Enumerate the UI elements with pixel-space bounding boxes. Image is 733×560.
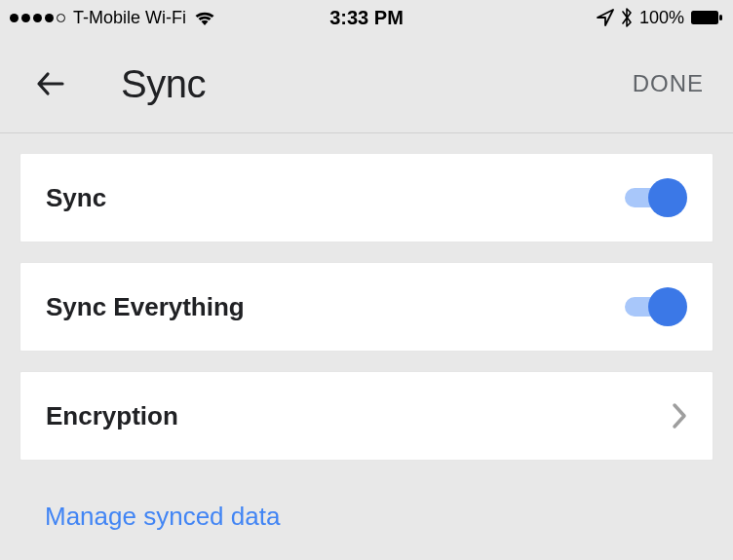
page-title: Sync [121,62,206,106]
wifi-icon [194,9,215,26]
settings-list: Sync Sync Everything Encryption Manage s… [0,133,733,532]
location-icon [597,9,614,26]
app-header: Sync DONE [0,35,733,132]
status-bar: T-Mobile Wi-Fi 3:33 PM 100% [0,0,733,35]
status-bar-left: T-Mobile Wi-Fi [10,8,215,28]
status-bar-right: 100% [597,7,723,28]
signal-strength-icon [10,14,65,22]
sync-row[interactable]: Sync [19,153,714,243]
battery-icon [690,10,723,25]
manage-synced-data-link[interactable]: Manage synced data [19,480,714,532]
sync-label: Sync [46,183,106,213]
encryption-row[interactable]: Encryption [19,371,714,461]
battery-percent: 100% [639,8,684,28]
done-button[interactable]: DONE [633,70,704,97]
bluetooth-icon [620,7,634,28]
sync-everything-row[interactable]: Sync Everything [19,262,714,352]
svg-rect-0 [691,11,718,24]
chevron-right-icon [672,402,687,429]
encryption-label: Encryption [46,401,178,431]
svg-rect-1 [719,15,722,20]
back-button[interactable] [29,62,72,105]
status-bar-time: 3:33 PM [329,7,404,29]
sync-toggle[interactable] [625,178,687,217]
carrier-label: T-Mobile Wi-Fi [73,8,186,28]
back-arrow-icon [33,66,68,101]
sync-everything-toggle[interactable] [625,287,687,326]
sync-everything-label: Sync Everything [46,292,245,322]
